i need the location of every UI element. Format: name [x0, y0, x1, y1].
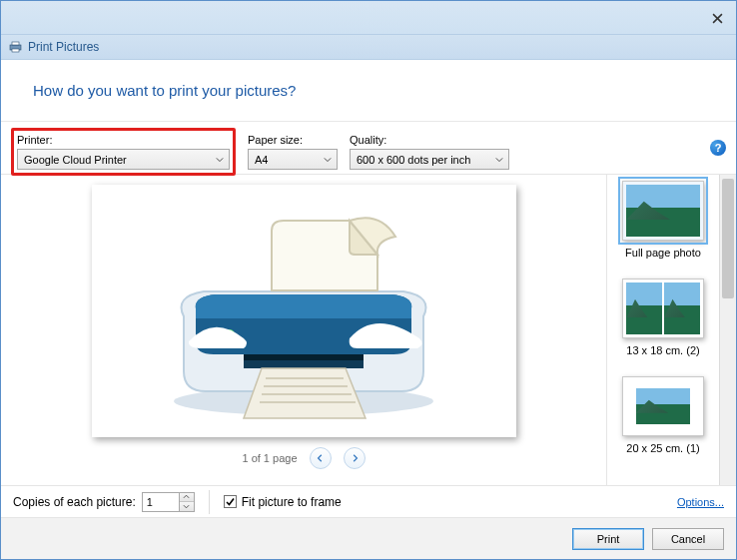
layouts-panel: Full page photo13 x 18 cm. (2)20 x 25 cm… [606, 175, 736, 485]
scrollbar-thumb[interactable] [722, 179, 734, 298]
copies-input[interactable] [143, 493, 179, 511]
printer-dropdown[interactable]: Google Cloud Printer [17, 149, 230, 170]
print-pictures-dialog: Print Pictures How do you want to print … [0, 0, 737, 560]
prev-page-button[interactable] [310, 447, 332, 469]
footer-options: Copies of each picture: Fit picture to f… [1, 485, 736, 517]
body-row: 1 of 1 page Full page photo13 x 18 cm. (… [1, 174, 736, 485]
separator [209, 490, 210, 514]
paper-size-value: A4 [255, 154, 268, 166]
close-icon[interactable] [708, 9, 726, 27]
quality-value: 600 x 600 dots per inch [357, 154, 470, 166]
layout-label: 20 x 25 cm. (1) [626, 442, 699, 454]
printer-group: Printer: Google Cloud Printer [11, 128, 236, 176]
options-link[interactable]: Options... [677, 496, 724, 508]
fit-to-frame-group[interactable]: Fit picture to frame [224, 495, 342, 509]
scrollbar[interactable] [719, 175, 736, 485]
printer-value: Google Cloud Printer [24, 154, 127, 166]
layout-thumb [622, 279, 704, 338]
copies-spinner[interactable] [142, 492, 195, 512]
svg-rect-7 [244, 354, 364, 360]
pager: 1 of 1 page [242, 447, 365, 469]
page-status: 1 of 1 page [242, 452, 297, 464]
paper-size-label: Paper size: [248, 134, 338, 146]
svg-rect-3 [12, 42, 19, 45]
paper-size-dropdown[interactable]: A4 [248, 149, 338, 170]
printer-label: Printer: [17, 134, 230, 146]
heading-row: How do you want to print your pictures? [1, 60, 736, 121]
chevron-down-icon [323, 156, 333, 164]
help-icon[interactable]: ? [710, 140, 726, 156]
fit-checkbox[interactable] [224, 495, 237, 508]
window-title: Print Pictures [28, 40, 99, 54]
layout-thumb [622, 181, 704, 241]
copies-down-button[interactable] [180, 502, 194, 511]
layout-label: 13 x 18 cm. (2) [626, 344, 699, 356]
copies-up-button[interactable] [180, 493, 194, 503]
copies-group: Copies of each picture: [13, 492, 195, 512]
layout-option[interactable]: 20 x 25 cm. (1) [617, 376, 709, 454]
quality-label: Quality: [350, 134, 509, 146]
cancel-button[interactable]: Cancel [652, 528, 724, 550]
page-heading: How do you want to print your pictures? [33, 82, 296, 99]
copies-label: Copies of each picture: [13, 495, 136, 509]
chevron-down-icon [494, 156, 504, 164]
layout-option[interactable]: Full page photo [617, 181, 709, 259]
layout-label: Full page photo [625, 247, 701, 259]
next-page-button[interactable] [344, 447, 366, 469]
fit-label: Fit picture to frame [242, 495, 342, 509]
printer-illustration [144, 197, 463, 426]
quality-group: Quality: 600 x 600 dots per inch [350, 128, 509, 170]
quality-dropdown[interactable]: 600 x 600 dots per inch [350, 149, 509, 170]
window-title-row: Print Pictures [1, 35, 736, 60]
titlebar [1, 1, 736, 35]
print-button[interactable]: Print [572, 528, 644, 550]
printer-app-icon [9, 41, 22, 53]
svg-rect-4 [12, 49, 19, 52]
layout-option[interactable]: 13 x 18 cm. (2) [617, 279, 709, 356]
preview-pane: 1 of 1 page [1, 175, 606, 485]
layout-thumb [622, 376, 704, 436]
chevron-down-icon [215, 156, 225, 164]
paper-size-group: Paper size: A4 [248, 128, 338, 170]
controls-row: Printer: Google Cloud Printer Paper size… [1, 122, 736, 174]
footer-buttons: Print Cancel [1, 517, 736, 559]
preview-frame [92, 185, 516, 437]
